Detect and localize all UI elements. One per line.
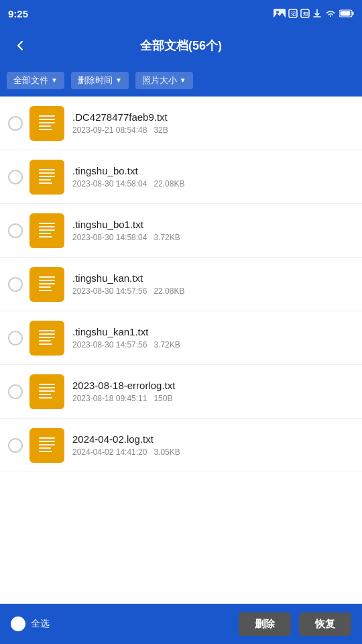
file-info-1: .tingshu_bo.txt 2023-08-30 14:58:04 22.0… (72, 165, 354, 189)
svg-rect-39 (39, 343, 52, 345)
file-name-2: .tingshu_bo1.txt (72, 219, 354, 230)
svg-rect-49 (39, 444, 55, 445)
list-item: 2023-08-18-errorlog.txt 2023-08-18 09:45… (0, 365, 362, 419)
chevron-down-icon-3: ▼ (180, 76, 186, 84)
list-item: 2024-04-02.log.txt 2024-04-02 14:41:20 3… (0, 419, 362, 472)
svg-rect-15 (39, 129, 52, 130)
file-checkbox-2[interactable] (8, 223, 23, 238)
download-icon (312, 9, 322, 18)
file-icon-0 (29, 106, 64, 141)
svg-rect-30 (39, 280, 55, 281)
file-icon-5 (29, 374, 64, 409)
svg-rect-23 (39, 223, 55, 224)
status-icons: 记 知 (274, 9, 354, 18)
file-icon-4 (29, 321, 64, 356)
chevron-down-icon: ▼ (51, 76, 58, 84)
svg-rect-37 (39, 337, 55, 338)
file-meta-5: 2023-08-18 09:45:11 150B (72, 394, 354, 403)
file-checkbox-3[interactable] (8, 277, 23, 292)
svg-rect-27 (39, 236, 52, 237)
filter-bar: 全部文件 ▼ 删除时间 ▼ 照片大小 ▼ (0, 64, 362, 97)
svg-rect-11 (39, 115, 55, 117)
file-info-0: .DC4278477faeb9.txt 2023-09-21 08:54:48 … (72, 111, 354, 135)
svg-rect-32 (39, 286, 51, 288)
list-item: .tingshu_kan1.txt 2023-08-30 14:57:56 3.… (0, 311, 362, 365)
file-meta-1: 2023-08-30 14:58:04 22.08KB (72, 179, 354, 189)
svg-rect-35 (39, 330, 55, 331)
select-all-button[interactable]: 全选 (11, 616, 50, 631)
file-checkbox-6[interactable] (8, 438, 23, 453)
list-item: .DC4278477faeb9.txt 2023-09-21 08:54:48 … (0, 97, 362, 150)
svg-rect-47 (39, 437, 55, 439)
svg-rect-41 (39, 384, 55, 385)
file-name-4: .tingshu_kan1.txt (72, 326, 354, 337)
file-meta-4: 2023-08-30 14:57:56 3.72KB (72, 340, 354, 350)
restore-button[interactable]: 恢复 (299, 612, 351, 636)
svg-rect-8 (353, 12, 354, 15)
file-name-3: .tingshu_kan.txt (72, 272, 354, 284)
file-meta-2: 2023-08-30 14:58:04 3.72KB (72, 233, 354, 242)
file-list: .DC4278477faeb9.txt 2023-09-21 08:54:48 … (0, 97, 362, 604)
svg-point-1 (276, 11, 279, 13)
note-icon: 记 (288, 9, 298, 18)
delete-button[interactable]: 删除 (239, 612, 291, 636)
file-info-3: .tingshu_kan.txt 2023-08-30 14:57:56 22.… (72, 272, 354, 296)
svg-rect-25 (39, 229, 55, 231)
file-name-0: .DC4278477faeb9.txt (72, 111, 354, 123)
svg-rect-51 (39, 451, 52, 452)
back-button[interactable] (8, 34, 32, 58)
file-icon-6 (29, 428, 64, 463)
svg-rect-18 (39, 172, 55, 174)
file-info-6: 2024-04-02.log.txt 2024-04-02 14:41:20 3… (72, 433, 354, 457)
file-meta-3: 2023-08-30 14:57:56 22.08KB (72, 286, 354, 296)
file-icon-1 (29, 160, 64, 195)
file-info-4: .tingshu_kan1.txt 2023-08-30 14:57:56 3.… (72, 326, 354, 350)
filter-all-files[interactable]: 全部文件 ▼ (7, 72, 64, 89)
file-checkbox-4[interactable] (8, 331, 23, 345)
svg-rect-33 (39, 290, 52, 291)
svg-rect-21 (39, 182, 52, 184)
battery-icon (339, 9, 354, 17)
file-checkbox-1[interactable] (8, 170, 23, 184)
file-name-1: .tingshu_bo.txt (72, 165, 354, 176)
svg-rect-17 (39, 169, 55, 170)
select-all-circle (11, 616, 25, 631)
select-all-label: 全选 (31, 618, 50, 630)
filter-photo-size[interactable]: 照片大小 ▼ (135, 72, 193, 89)
svg-rect-14 (39, 125, 51, 127)
svg-rect-31 (39, 283, 55, 284)
svg-rect-36 (39, 333, 55, 335)
file-name-5: 2023-08-18-errorlog.txt (72, 380, 354, 391)
svg-rect-12 (39, 119, 55, 120)
svg-rect-42 (39, 387, 55, 388)
svg-rect-44 (39, 394, 51, 395)
filter-delete-time[interactable]: 删除时间 ▼ (71, 72, 129, 89)
file-checkbox-0[interactable] (8, 116, 23, 131)
bottom-bar: 全选 删除 恢复 (0, 604, 362, 644)
svg-rect-50 (39, 447, 51, 449)
page-title: 全部文档(56个) (32, 38, 330, 54)
status-time: 9:25 (8, 8, 28, 19)
svg-rect-24 (39, 226, 55, 227)
list-item: .tingshu_bo1.txt 2023-08-30 14:58:04 3.7… (0, 204, 362, 258)
status-bar: 9:25 记 知 (0, 0, 362, 27)
list-item: .tingshu_bo.txt 2023-08-30 14:58:04 22.0… (0, 150, 362, 204)
svg-rect-38 (39, 340, 51, 341)
file-meta-6: 2024-04-02 14:41:20 3.05KB (72, 447, 354, 457)
svg-rect-48 (39, 441, 55, 442)
file-checkbox-5[interactable] (8, 384, 23, 399)
svg-text:知: 知 (302, 11, 308, 16)
note2-icon: 知 (300, 9, 310, 18)
svg-rect-20 (39, 179, 51, 180)
top-bar: 全部文档(56个) (0, 27, 362, 64)
file-info-5: 2023-08-18-errorlog.txt 2023-08-18 09:45… (72, 380, 354, 403)
list-item: .tingshu_kan.txt 2023-08-30 14:57:56 22.… (0, 258, 362, 311)
svg-rect-43 (39, 390, 55, 392)
photos-icon (274, 9, 286, 18)
file-icon-3 (29, 267, 64, 302)
svg-rect-13 (39, 122, 55, 123)
file-meta-0: 2023-09-21 08:54:48 32B (72, 125, 354, 135)
svg-rect-29 (39, 276, 55, 278)
svg-text:记: 记 (291, 11, 296, 16)
file-info-2: .tingshu_bo1.txt 2023-08-30 14:58:04 3.7… (72, 219, 354, 242)
